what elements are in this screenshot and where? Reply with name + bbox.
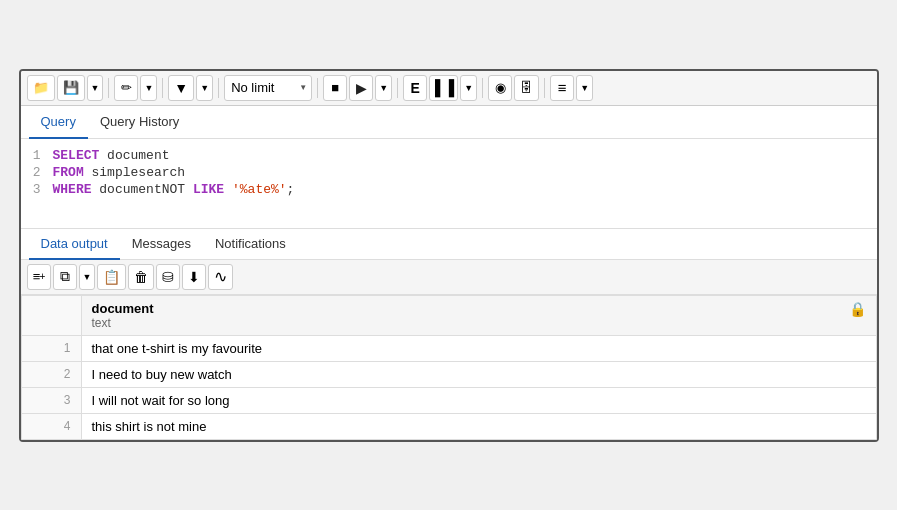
main-window: 📁 💾 ▼ ✏ ▼ ▼ ▼ No limit 100 rows 500 rows… — [19, 69, 879, 442]
explain-icon: E — [410, 80, 419, 96]
sql-text-1: document — [99, 148, 169, 163]
row-document-4[interactable]: this shirt is not mine — [81, 413, 876, 439]
stop-icon: ■ — [331, 80, 339, 95]
row-number-1: 1 — [21, 335, 81, 361]
query-tabs: Query Query History — [21, 106, 877, 139]
paste-button[interactable]: 📋 — [97, 264, 126, 290]
data-output-table-wrap: document text 🔒 1 that one t-shirt is my… — [21, 295, 877, 440]
tab-notifications[interactable]: Notifications — [203, 229, 298, 260]
row-number-3: 3 — [21, 387, 81, 413]
main-toolbar: 📁 💾 ▼ ✏ ▼ ▼ ▼ No limit 100 rows 500 rows… — [21, 71, 877, 106]
table-row: 3 I will not wait for so long — [21, 387, 876, 413]
sql-text-not: NOT — [162, 182, 185, 197]
sep4 — [317, 78, 318, 98]
line-number-3: 3 — [21, 182, 53, 197]
sep5 — [397, 78, 398, 98]
tab-query-history[interactable]: Query History — [88, 106, 191, 139]
sql-keyword-where: WHERE — [53, 182, 92, 197]
sep1 — [108, 78, 109, 98]
copy-icon: ⧉ — [60, 268, 70, 285]
stack-button[interactable]: ⛁ — [156, 264, 180, 290]
pencil-icon: ✏ — [121, 80, 132, 95]
sql-line-1: 1 SELECT document — [21, 147, 877, 164]
trash-icon: 🗑 — [134, 269, 148, 285]
sql-text-3b — [185, 182, 193, 197]
sql-keyword-from: FROM — [53, 165, 84, 180]
database-icon: 🗄 — [520, 80, 533, 95]
sep7 — [544, 78, 545, 98]
delete-button[interactable]: 🗑 — [128, 264, 154, 290]
line-number-2: 2 — [21, 165, 53, 180]
row-num-header — [21, 295, 81, 335]
download-button[interactable]: ⬇ — [182, 264, 206, 290]
copy-chevron[interactable]: ▼ — [79, 264, 96, 290]
run-chevron[interactable]: ▼ — [375, 75, 392, 101]
sql-string-pattern: '%ate%' — [232, 182, 287, 197]
sql-text-2: simplesearch — [84, 165, 185, 180]
paste-icon: 📋 — [103, 269, 120, 285]
lock-icon: 🔒 — [849, 301, 866, 317]
sql-text-3a: document — [92, 182, 162, 197]
col-header-document: document text 🔒 — [81, 295, 876, 335]
output-tabs: Data output Messages Notifications — [21, 229, 877, 260]
download-icon: ⬇ — [188, 269, 200, 285]
edit-button[interactable]: ✏ — [114, 75, 138, 101]
filter-button[interactable]: ▼ — [168, 75, 194, 101]
table-row: 4 this shirt is not mine — [21, 413, 876, 439]
data-output-table: document text 🔒 1 that one t-shirt is my… — [21, 295, 877, 440]
sql-editor[interactable]: 1 SELECT document 2 FROM simplesearch 3 … — [21, 139, 877, 229]
table-header-row: document text 🔒 — [21, 295, 876, 335]
filter-icon: ▼ — [174, 80, 188, 96]
menu-icon: ≡ — [558, 79, 567, 96]
tab-query[interactable]: Query — [29, 106, 88, 139]
save-button[interactable]: 💾 — [57, 75, 85, 101]
stack-icon: ⛁ — [162, 269, 174, 285]
play-icon: ▶ — [356, 80, 367, 96]
copy-rows-button[interactable]: ⧉ — [53, 264, 77, 290]
commits-button[interactable]: ◉ — [488, 75, 512, 101]
graph-chevron[interactable]: ▼ — [460, 75, 477, 101]
run-button[interactable]: ▶ — [349, 75, 373, 101]
table-row: 1 that one t-shirt is my favourite — [21, 335, 876, 361]
graph-button[interactable]: ▌▐ — [429, 75, 458, 101]
commits-icon: ◉ — [495, 80, 506, 95]
folder-icon: 📁 — [33, 80, 49, 95]
database-button[interactable]: 🗄 — [514, 75, 539, 101]
tab-messages[interactable]: Messages — [120, 229, 203, 260]
sql-text-3c — [224, 182, 232, 197]
explain-button[interactable]: E — [403, 75, 427, 101]
sql-semicolon: ; — [287, 182, 295, 197]
sep2 — [162, 78, 163, 98]
limit-select-wrap: No limit 100 rows 500 rows 1000 rows — [224, 75, 312, 101]
limit-select[interactable]: No limit 100 rows 500 rows 1000 rows — [224, 75, 312, 101]
sql-keyword-select: SELECT — [53, 148, 100, 163]
row-document-3[interactable]: I will not wait for so long — [81, 387, 876, 413]
table-row: 2 I need to buy new watch — [21, 361, 876, 387]
output-toolbar: ≡+ ⧉ ▼ 📋 🗑 ⛁ ⬇ ∿ — [21, 260, 877, 295]
row-document-2[interactable]: I need to buy new watch — [81, 361, 876, 387]
sql-line-3: 3 WHERE document NOT LIKE '%ate%' ; — [21, 181, 877, 198]
chart-button[interactable]: ∿ — [208, 264, 233, 290]
menu-button[interactable]: ≡ — [550, 75, 574, 101]
open-file-button[interactable]: 📁 — [27, 75, 55, 101]
add-row-button[interactable]: ≡+ — [27, 264, 51, 290]
sql-keyword-like: LIKE — [193, 182, 224, 197]
save-chevron[interactable]: ▼ — [87, 75, 104, 101]
chart-icon: ∿ — [214, 267, 227, 286]
graph-icon: ▌▐ — [435, 79, 452, 96]
sql-line-2: 2 FROM simplesearch — [21, 164, 877, 181]
row-number-4: 4 — [21, 413, 81, 439]
stop-button[interactable]: ■ — [323, 75, 347, 101]
row-document-1[interactable]: that one t-shirt is my favourite — [81, 335, 876, 361]
filter-chevron[interactable]: ▼ — [196, 75, 213, 101]
menu-chevron[interactable]: ▼ — [576, 75, 593, 101]
sep3 — [218, 78, 219, 98]
save-icon: 💾 — [63, 80, 79, 95]
row-number-2: 2 — [21, 361, 81, 387]
sep6 — [482, 78, 483, 98]
edit-chevron[interactable]: ▼ — [140, 75, 157, 101]
tab-data-output[interactable]: Data output — [29, 229, 120, 260]
line-number-1: 1 — [21, 148, 53, 163]
